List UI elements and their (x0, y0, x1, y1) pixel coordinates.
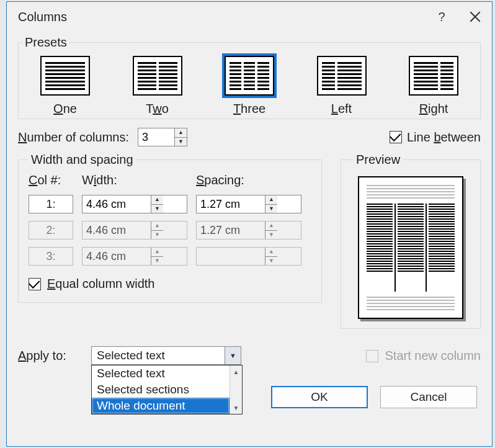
col-header: Col #: (29, 173, 73, 187)
apply-option-whole-document[interactable]: Whole document (92, 398, 230, 414)
equal-width-label: Equal column width (47, 277, 154, 291)
line-between-checkbox[interactable] (390, 131, 402, 143)
cancel-button[interactable]: Cancel (380, 386, 477, 408)
presets-legend: Presets (22, 35, 69, 50)
apply-to-label: Apply to: (18, 346, 91, 363)
preview-legend: Preview (354, 153, 403, 167)
start-new-column-label: Start new column (385, 349, 481, 363)
spin-down-icon[interactable]: ▼ (175, 138, 187, 146)
apply-option-selected-text[interactable]: Selected text (92, 365, 230, 382)
apply-option-selected-sections[interactable]: Selected sections (92, 382, 230, 398)
preset-three[interactable]: Three (215, 56, 283, 116)
spacing-2-spin: ▲▼ (196, 221, 301, 240)
preset-two[interactable]: Two (123, 56, 192, 116)
width-1-spin[interactable]: ▲▼ (82, 195, 187, 213)
num-columns-input[interactable] (138, 128, 174, 146)
width-spacing-group: Width and spacing Col #: Width: Spacing:… (18, 153, 322, 303)
col-3-label: 3: (29, 247, 73, 266)
dropdown-scrollbar[interactable]: ▲ ▼ (230, 365, 242, 414)
preview-group: Preview (341, 153, 481, 329)
apply-to-dropdown: Selected text Selected sections Whole do… (91, 365, 243, 414)
dialog-title: Columns (18, 10, 425, 24)
spacing-1-spin[interactable]: ▲▼ (196, 195, 301, 213)
scroll-down-icon[interactable]: ▼ (230, 401, 242, 414)
ok-button[interactable]: OK (271, 386, 368, 408)
chevron-down-icon[interactable]: ▼ (225, 347, 241, 364)
col-1-label: 1: (29, 195, 73, 213)
width-2-spin: ▲▼ (82, 221, 187, 240)
width-header: Width: (82, 173, 187, 187)
spacing-header: Spacing: (196, 173, 301, 187)
line-between-label: Line between (407, 130, 481, 145)
presets-group: Presets One Two (18, 35, 481, 119)
preview-page (358, 176, 463, 319)
spacing-3-spin: ▲▼ (196, 247, 301, 266)
close-icon (468, 10, 482, 24)
preset-one[interactable]: One (31, 56, 99, 116)
num-columns-spin[interactable]: ▲▼ (138, 128, 187, 146)
spin-up-icon[interactable]: ▲ (175, 128, 187, 138)
columns-dialog: Columns ? Presets One T (6, 1, 493, 447)
close-button[interactable] (458, 2, 492, 32)
apply-to-combo[interactable]: Selected text ▼ Selected text Selected s… (91, 346, 241, 365)
width-3-spin: ▲▼ (82, 247, 187, 266)
titlebar: Columns ? (7, 2, 492, 32)
help-button[interactable]: ? (425, 2, 458, 32)
width-spacing-legend: Width and spacing (29, 153, 136, 167)
preset-left[interactable]: Left (308, 56, 376, 116)
start-new-column-checkbox (366, 350, 378, 362)
apply-to-value: Selected text (92, 349, 225, 362)
col-2-label: 2: (29, 221, 73, 240)
equal-width-checkbox[interactable] (29, 278, 41, 290)
preset-right[interactable]: Right (399, 56, 468, 116)
num-columns-label: Number of columns: (18, 130, 129, 145)
scroll-up-icon[interactable]: ▲ (230, 365, 242, 378)
